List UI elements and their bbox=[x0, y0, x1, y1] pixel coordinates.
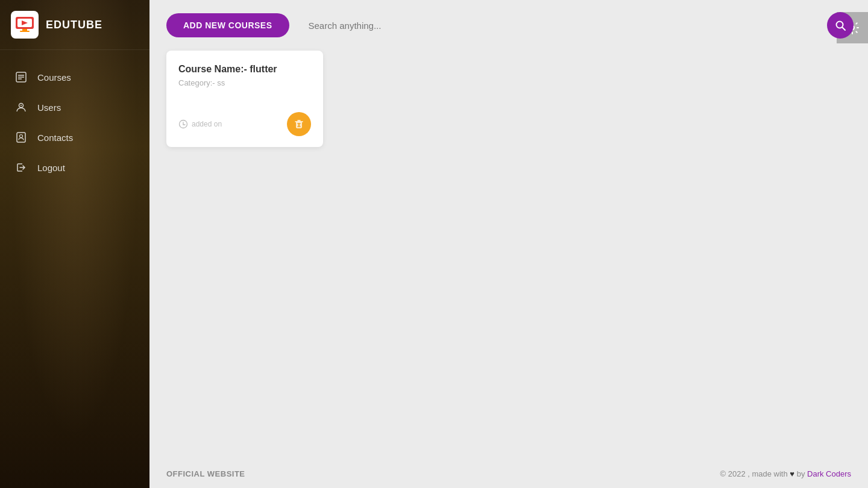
svg-point-13 bbox=[20, 135, 23, 138]
logo-text: EDUTUBE bbox=[46, 19, 102, 31]
footer-official-website[interactable]: OFFICIAL WEBSITE bbox=[166, 469, 245, 478]
footer-by: by bbox=[797, 469, 805, 478]
svg-point-11 bbox=[20, 105, 22, 106]
footer: OFFICIAL WEBSITE © 2022 , made with ♥ by… bbox=[149, 460, 868, 488]
users-label: Users bbox=[37, 102, 61, 113]
main-content: ADD NEW COURSES Course Name:- flutter Ca… bbox=[149, 0, 868, 488]
dark-coders-link[interactable]: Dark Coders bbox=[807, 469, 851, 478]
search-input[interactable] bbox=[299, 14, 827, 37]
delete-course-button[interactable] bbox=[287, 112, 311, 136]
courses-icon bbox=[14, 70, 28, 84]
sidebar-item-logout[interactable]: Logout bbox=[0, 152, 149, 183]
clock-icon bbox=[178, 119, 188, 129]
added-on-label: added on bbox=[192, 120, 222, 128]
svg-rect-4 bbox=[22, 29, 27, 31]
users-icon bbox=[14, 101, 28, 114]
search-button[interactable] bbox=[827, 12, 854, 39]
courses-grid: Course Name:- flutter Category:- ss adde… bbox=[149, 51, 868, 164]
footer-copyright-prefix: © 2022 , made with bbox=[720, 469, 788, 478]
topbar: ADD NEW COURSES bbox=[149, 0, 868, 51]
course-card: Course Name:- flutter Category:- ss adde… bbox=[166, 51, 323, 147]
logout-label: Logout bbox=[37, 163, 65, 173]
contacts-label: Contacts bbox=[37, 133, 73, 143]
svg-rect-5 bbox=[20, 31, 30, 32]
course-category: Category:- ss bbox=[178, 78, 311, 87]
sidebar-item-courses[interactable]: Courses bbox=[0, 62, 149, 92]
svg-line-16 bbox=[843, 28, 846, 31]
logo-area: EDUTUBE bbox=[0, 0, 149, 50]
course-name: Course Name:- flutter bbox=[178, 64, 311, 75]
added-on-area: added on bbox=[178, 119, 222, 129]
heart-icon: ♥ bbox=[790, 469, 796, 478]
search-icon bbox=[834, 19, 846, 31]
logout-icon bbox=[14, 161, 28, 174]
search-area bbox=[299, 12, 854, 39]
nav-menu: Courses Users bbox=[0, 50, 149, 488]
card-footer: added on bbox=[178, 112, 311, 136]
logo-icon bbox=[11, 11, 39, 39]
add-courses-button[interactable]: ADD NEW COURSES bbox=[166, 13, 289, 37]
sidebar-item-users[interactable]: Users bbox=[0, 92, 149, 122]
sidebar: EDUTUBE Courses bbox=[0, 0, 149, 488]
svg-rect-20 bbox=[297, 122, 301, 128]
sidebar-item-contacts[interactable]: Contacts bbox=[0, 122, 149, 152]
trash-icon bbox=[294, 119, 304, 130]
contacts-icon bbox=[14, 131, 28, 144]
footer-copyright: © 2022 , made with ♥ by Dark Coders bbox=[720, 469, 852, 478]
courses-label: Courses bbox=[37, 72, 71, 83]
